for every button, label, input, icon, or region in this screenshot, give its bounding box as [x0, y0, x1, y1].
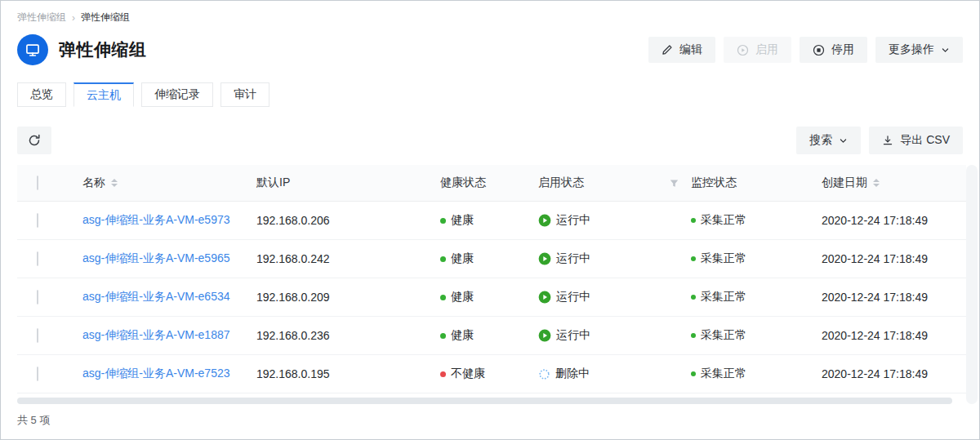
health-status: 健康 [440, 328, 538, 343]
monitor-dot-icon [691, 333, 696, 338]
edit-button[interactable]: 编辑 [648, 37, 715, 63]
health-status: 健康 [440, 251, 538, 266]
table-toolbar: 搜索 导出 CSV [17, 127, 963, 154]
tab-scaling-records[interactable]: 伸缩记录 [141, 82, 213, 107]
header-actions: 编辑 启用 停用 [648, 37, 963, 63]
filter-icon[interactable] [669, 178, 679, 189]
running-play-icon [538, 214, 551, 227]
row-checkbox[interactable] [37, 367, 38, 381]
refresh-icon [28, 134, 41, 147]
refresh-button[interactable] [17, 127, 51, 154]
export-csv-label: 导出 CSV [900, 133, 950, 148]
hosts-table: 名称 默认IP 健康状态 启用状态 [17, 165, 978, 404]
column-header-health: 健康状态 [440, 176, 538, 190]
running-play-icon [538, 252, 551, 265]
table-row: asg-伸缩组-业务A-VM-e5973 192.168.0.206 健康 运行… [17, 202, 966, 240]
host-name-link[interactable]: asg-伸缩组-业务A-VM-e1887 [82, 328, 230, 341]
created-date: 2020-12-24 17:18:49 [822, 252, 966, 265]
deleting-spinner-icon [538, 368, 550, 380]
column-label-health: 健康状态 [440, 176, 486, 190]
monitor-status: 采集正常 [691, 251, 822, 266]
more-actions-button[interactable]: 更多操作 [875, 37, 963, 63]
column-header-enable: 启用状态 [538, 176, 691, 190]
disable-button[interactable]: 停用 [800, 37, 867, 63]
toolbar-right: 搜索 导出 CSV [796, 127, 963, 154]
host-name-link[interactable]: asg-伸缩组-业务A-VM-e6534 [82, 290, 230, 303]
host-ip: 192.168.0.242 [256, 252, 440, 265]
host-name-link[interactable]: asg-伸缩组-业务A-VM-e7523 [82, 367, 230, 380]
breadcrumb-separator-icon: › [72, 12, 75, 24]
host-ip: 192.168.0.209 [256, 291, 440, 304]
table-row: asg-伸缩组-业务A-VM-e7523 192.168.0.195 不健康 删… [17, 355, 966, 393]
column-header-name: 名称 [82, 176, 256, 190]
export-csv-button[interactable]: 导出 CSV [869, 127, 963, 154]
created-date: 2020-12-24 17:18:49 [822, 329, 966, 342]
tab-bar: 总览 云主机 伸缩记录 审计 [17, 82, 963, 107]
enable-status: 运行中 [538, 328, 691, 343]
tab-cloud-hosts[interactable]: 云主机 [74, 82, 134, 107]
row-checkbox[interactable] [37, 213, 38, 228]
health-dot-icon [440, 333, 446, 339]
table-row: asg-伸缩组-业务A-VM-e6534 192.168.0.209 健康 运行… [17, 278, 966, 317]
running-play-icon [538, 329, 551, 342]
stop-circle-icon [813, 44, 825, 56]
horizontal-scrollbar[interactable] [17, 398, 952, 404]
column-label-created: 创建日期 [822, 176, 867, 190]
created-date: 2020-12-24 17:18:49 [822, 367, 966, 380]
monitor-status: 采集正常 [691, 290, 822, 304]
health-status: 健康 [440, 213, 538, 228]
monitor-status: 采集正常 [691, 367, 822, 381]
health-status: 健康 [440, 290, 538, 304]
column-label-monitor: 监控状态 [691, 176, 737, 190]
enable-button[interactable]: 启用 [724, 37, 791, 63]
more-actions-label: 更多操作 [889, 42, 934, 57]
table-row: asg-伸缩组-业务A-VM-e5965 192.168.0.242 健康 运行… [17, 240, 966, 278]
pencil-icon [662, 44, 673, 56]
health-dot-icon [440, 295, 446, 300]
sort-icon[interactable] [873, 179, 880, 187]
enable-status: 运行中 [538, 290, 691, 304]
host-ip: 192.168.0.236 [256, 329, 440, 342]
monitor-status: 采集正常 [691, 328, 822, 343]
select-all-checkbox[interactable] [37, 176, 38, 190]
monitor-icon [17, 34, 48, 65]
page-header: 弹性伸缩组 编辑 启用 [17, 33, 963, 66]
column-label-name: 名称 [82, 176, 105, 190]
play-circle-icon [737, 44, 749, 56]
table-body: asg-伸缩组-业务A-VM-e5973 192.168.0.206 健康 运行… [17, 202, 966, 393]
chevron-down-icon [941, 46, 950, 55]
breadcrumb: 弹性伸缩组 › 弹性伸缩组 [1, 1, 979, 24]
column-header-monitor: 监控状态 [691, 176, 822, 190]
row-checkbox[interactable] [37, 290, 38, 304]
tab-audit[interactable]: 审计 [220, 82, 270, 107]
host-ip: 192.168.0.206 [256, 214, 440, 227]
tab-overview[interactable]: 总览 [17, 82, 66, 107]
host-name-link[interactable]: asg-伸缩组-业务A-VM-e5965 [82, 251, 230, 264]
row-checkbox[interactable] [37, 251, 38, 266]
health-dot-icon [440, 256, 446, 262]
health-dot-icon [440, 371, 446, 377]
enable-button-label: 启用 [755, 42, 778, 57]
enable-status: 运行中 [538, 213, 691, 228]
host-name-link[interactable]: asg-伸缩组-业务A-VM-e5973 [82, 213, 230, 226]
health-status: 不健康 [440, 367, 538, 381]
edit-button-label: 编辑 [679, 42, 702, 57]
column-label-ip: 默认IP [256, 176, 290, 190]
monitor-status: 采集正常 [691, 213, 822, 228]
monitor-dot-icon [691, 295, 696, 300]
column-header-ip: 默认IP [256, 176, 440, 190]
row-checkbox[interactable] [37, 328, 38, 343]
breadcrumb-current: 弹性伸缩组 [81, 11, 130, 24]
chevron-down-icon [839, 136, 848, 145]
search-button[interactable]: 搜索 [796, 127, 861, 154]
breadcrumb-parent[interactable]: 弹性伸缩组 [17, 11, 66, 24]
running-play-icon [538, 291, 551, 304]
vertical-scrollbar[interactable] [966, 165, 978, 404]
column-label-enable: 启用状态 [538, 176, 584, 190]
download-icon [882, 135, 893, 146]
column-header-created: 创建日期 [822, 176, 966, 190]
sort-icon[interactable] [111, 179, 118, 187]
enable-status: 删除中 [538, 367, 691, 381]
total-count: 共 5 项 [17, 413, 963, 428]
created-date: 2020-12-24 17:18:49 [822, 214, 966, 227]
